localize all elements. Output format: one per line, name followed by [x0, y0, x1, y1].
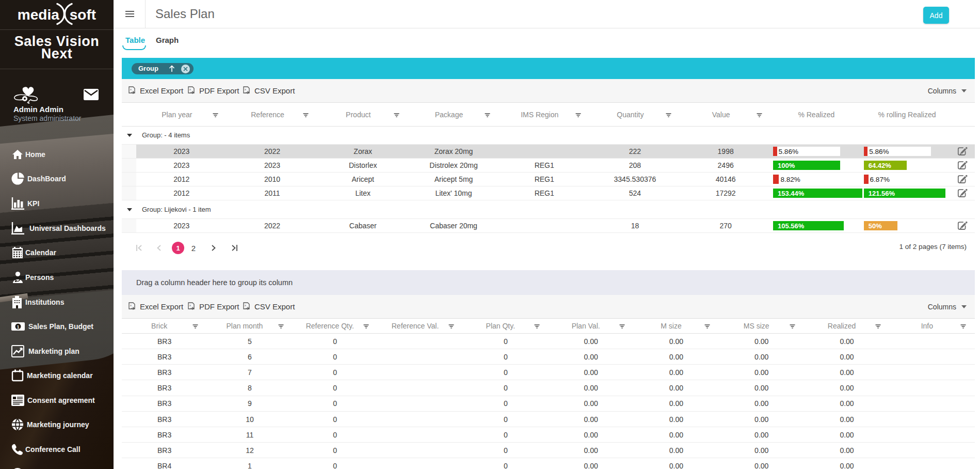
svg-text:x: x [245, 88, 246, 91]
svg-text:x: x [130, 88, 132, 91]
svg-text:x: x [245, 304, 246, 307]
svg-text:x: x [189, 88, 191, 91]
svg-text:x: x [189, 304, 191, 307]
svg-text:1: 1 [17, 324, 19, 330]
svg-text:x: x [130, 304, 132, 307]
